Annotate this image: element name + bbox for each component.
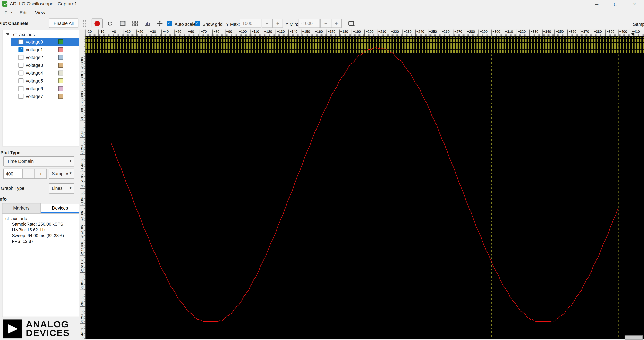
show-grid-checkbox[interactable] — [195, 21, 200, 26]
menu-item-file[interactable]: File — [1, 9, 16, 16]
waveform-plot — [85, 36, 644, 339]
y-min-input[interactable] — [298, 19, 320, 28]
sample-unit-dropdown[interactable]: Samples — [49, 169, 74, 179]
channel-label: voltage2 — [26, 55, 43, 60]
x-axis-tick: +80 — [212, 29, 213, 36]
channel-row-voltage1[interactable]: voltage1 — [2, 46, 79, 54]
refresh-icon — [107, 20, 113, 26]
x-axis-tick: +170 — [326, 29, 327, 36]
y-axis-label: -1.2e+06 — [80, 141, 84, 154]
channel-row-voltage2[interactable]: voltage2 — [2, 54, 79, 61]
y-axis-label: -800000.0 — [80, 105, 84, 120]
x-axis-tick: +110 — [250, 29, 251, 36]
app-window: ADI IIO Oscilloscope - Capture1 — ▢ ✕ Fi… — [0, 0, 644, 340]
y-min-minus-button[interactable]: − — [320, 19, 331, 28]
channel-checkbox-voltage0[interactable] — [18, 39, 23, 44]
channel-row-voltage7[interactable]: voltage7 — [2, 93, 79, 100]
chart-button[interactable] — [142, 18, 153, 28]
move-button[interactable] — [154, 18, 165, 28]
y-axis-label: -2e+06 — [80, 211, 84, 221]
y-axis-label: -3.2e+06 — [80, 310, 84, 323]
x-axis-tick: +70 — [200, 29, 200, 36]
app-icon — [2, 1, 8, 6]
maximize-button[interactable]: ▢ — [606, 0, 625, 8]
channel-checkbox-voltage2[interactable] — [18, 55, 23, 60]
channel-checkbox-voltage5[interactable] — [18, 78, 23, 83]
expander-icon[interactable] — [6, 33, 9, 36]
sample-count-plus-button[interactable]: + — [34, 169, 47, 179]
channel-label: voltage5 — [26, 78, 43, 83]
menu-item-view[interactable]: View — [32, 9, 49, 16]
info-tabs: MarkersDevices — [2, 203, 79, 213]
channel-color-swatch[interactable] — [58, 78, 63, 83]
y-axis-label: -1.8e+06 — [80, 191, 84, 204]
x-axis-tick: +300 — [491, 29, 492, 36]
refresh-button[interactable] — [104, 18, 116, 28]
channel-row-voltage0[interactable]: voltage0 — [2, 38, 79, 46]
device-info-line: FPS: 12.87 — [2, 238, 79, 244]
x-axis-tick: +270 — [453, 29, 454, 36]
sample-count-input[interactable] — [3, 169, 22, 179]
channel-checkbox-voltage1[interactable] — [18, 47, 23, 52]
channel-color-swatch[interactable] — [58, 71, 63, 75]
tab-markers[interactable]: Markers — [2, 203, 40, 213]
x-axis-tick: +90 — [225, 29, 225, 36]
y-axis-tick — [80, 53, 85, 53]
channel-row-voltage3[interactable]: voltage3 — [2, 62, 79, 69]
x-axis-tick: +140 — [288, 29, 289, 36]
y-axis-tick — [80, 239, 85, 239]
device-group-row[interactable]: cf_axi_adc — [2, 31, 79, 38]
channel-tree: cf_axi_adc voltage0voltage1voltage2volta… — [2, 30, 79, 146]
window-controls: — ▢ ✕ — [588, 0, 644, 8]
channel-color-swatch[interactable] — [58, 94, 63, 99]
adi-logo-icon — [3, 320, 22, 338]
channel-color-swatch[interactable] — [58, 39, 63, 44]
analog-devices-logo: ANALOG DEVICES — [3, 320, 79, 340]
y-axis-label: -1e+06 — [80, 127, 84, 137]
y-max-label: Y Max: — [226, 22, 240, 27]
channel-color-swatch[interactable] — [58, 47, 63, 52]
save-button[interactable] — [117, 18, 128, 28]
plot-canvas[interactable] — [85, 36, 644, 339]
enable-all-button[interactable]: Enable All — [49, 18, 78, 28]
y-axis-tick — [80, 323, 85, 324]
auto-scale-label: Auto scale — [174, 22, 196, 27]
plot-type-dropdown[interactable]: Time Domain — [3, 156, 74, 167]
y-max-plus-button[interactable]: + — [272, 19, 283, 28]
channel-row-voltage4[interactable]: voltage4 — [2, 69, 79, 77]
new-plot-button[interactable] — [346, 18, 357, 28]
channel-label: voltage6 — [26, 86, 43, 91]
y-axis-tick — [80, 306, 85, 307]
channel-row-voltage5[interactable]: voltage5 — [2, 77, 79, 85]
y-axis-tick — [80, 205, 85, 205]
channel-color-swatch[interactable] — [58, 86, 63, 91]
tab-devices[interactable]: Devices — [41, 203, 79, 213]
menu-item-edit[interactable]: Edit — [16, 9, 32, 16]
channel-checkbox-voltage3[interactable] — [18, 63, 23, 68]
channel-checkbox-voltage6[interactable] — [18, 86, 23, 91]
channel-label: voltage1 — [26, 47, 43, 52]
minimize-button[interactable]: — — [588, 0, 606, 8]
y-max-input[interactable] — [240, 19, 261, 28]
grid-layout-button[interactable] — [129, 18, 140, 28]
channel-label: voltage7 — [26, 94, 43, 99]
save-icon — [120, 21, 126, 26]
channel-color-swatch[interactable] — [58, 55, 63, 60]
horizontal-scrollbar-thumb[interactable] — [625, 336, 643, 340]
channel-checkbox-voltage4[interactable] — [18, 71, 23, 75]
record-icon — [94, 21, 100, 26]
channel-row-voltage6[interactable]: voltage6 — [2, 85, 79, 93]
close-button[interactable]: ✕ — [625, 0, 644, 8]
y-min-plus-button[interactable]: + — [331, 19, 342, 28]
y-axis-tick — [80, 70, 85, 70]
samples-axis-label: Samples — [633, 22, 644, 27]
auto-scale-checkbox[interactable] — [167, 21, 172, 26]
capture-record-button[interactable] — [92, 18, 103, 28]
y-min-label: Y Min: — [286, 22, 298, 27]
y-max-minus-button[interactable]: − — [262, 19, 272, 28]
sample-count-minus-button[interactable]: − — [23, 169, 35, 179]
x-axis-tick: +360 — [567, 29, 568, 36]
channel-checkbox-voltage7[interactable] — [18, 94, 23, 99]
channel-color-swatch[interactable] — [58, 63, 63, 68]
graph-type-dropdown[interactable]: Lines — [49, 183, 74, 193]
